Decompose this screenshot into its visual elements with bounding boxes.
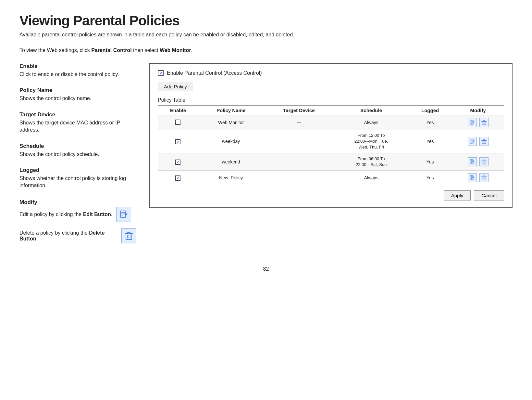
section-schedule-body: Shows the control policy schedule. xyxy=(19,151,136,158)
col-header-schedule: Schedule xyxy=(334,105,408,115)
row4-schedule: Always xyxy=(334,170,408,185)
enable-label: Enable Parental Control (Access Control) xyxy=(167,70,262,76)
modify-edit-row: Edit a policy by clicking the Edit Butto… xyxy=(19,207,136,222)
page-subtitle: Available parental control policies are … xyxy=(19,32,513,38)
svg-rect-52 xyxy=(483,176,485,177)
svg-rect-30 xyxy=(483,139,485,140)
row1-policy-name: Web Monitor xyxy=(198,115,264,130)
section-target-device-body: Shows the target device MAC address or I… xyxy=(19,119,136,134)
left-panel: Enable Click to enable or disable the co… xyxy=(19,63,136,250)
svg-rect-41 xyxy=(483,160,485,161)
section-target-device-title: Target Device xyxy=(19,111,136,118)
col-header-enable: Enable xyxy=(158,105,198,115)
right-panel: Enable Parental Control (Access Control)… xyxy=(149,63,513,208)
enable-parental-control-row: Enable Parental Control (Access Control) xyxy=(158,70,504,76)
row2-policy-name: weekday xyxy=(198,130,264,153)
section-enable-title: Enable xyxy=(19,63,136,70)
content-area: Enable Click to enable or disable the co… xyxy=(19,63,513,250)
table-header-row: Enable Policy Name Target Device Schedul… xyxy=(158,105,504,115)
enable-checkbox[interactable] xyxy=(158,70,164,76)
modify-delete-text: Delete a policy by clicking the Delete B… xyxy=(19,230,118,242)
policy-table-label: Policy Table xyxy=(158,97,504,103)
row3-enable[interactable] xyxy=(158,153,198,170)
section-enable: Enable Click to enable or disable the co… xyxy=(19,63,136,78)
row2-checkbox[interactable] xyxy=(175,139,180,144)
row1-target-device: --- xyxy=(264,115,334,130)
row2-delete-btn[interactable] xyxy=(479,137,489,146)
svg-rect-19 xyxy=(483,121,485,122)
svg-marker-16 xyxy=(473,122,475,123)
table-row: Web Monitor --- Always Yes xyxy=(158,115,504,130)
row4-policy-name: New_Policy xyxy=(198,170,264,185)
section-enable-body: Click to enable or disable the control p… xyxy=(19,71,136,78)
row2-edit-btn[interactable] xyxy=(468,137,477,146)
page-title: Viewing Parental Policies xyxy=(19,13,513,29)
svg-marker-49 xyxy=(473,177,475,178)
row1-edit-btn[interactable] xyxy=(468,118,477,127)
section-policy-name-title: Policy Name xyxy=(19,87,136,94)
table-row: weekday From 12:00 To22:00---Mon, Tue,We… xyxy=(158,130,504,153)
modify-delete-row: Delete a policy by clicking the Delete B… xyxy=(19,228,136,243)
page-number: 82 xyxy=(19,266,513,272)
row2-target-device xyxy=(264,130,334,153)
row4-checkbox[interactable] xyxy=(175,175,180,181)
row3-logged: Yes xyxy=(408,153,452,170)
section-target-device: Target Device Shows the target device MA… xyxy=(19,111,136,134)
row1-modify xyxy=(452,115,504,130)
svg-marker-27 xyxy=(473,140,475,142)
row2-enable[interactable] xyxy=(158,130,198,153)
svg-rect-0 xyxy=(120,211,126,217)
row4-delete-btn[interactable] xyxy=(479,173,489,182)
edit-button-icon xyxy=(116,207,131,222)
bottom-buttons: Apply Cancel xyxy=(158,190,504,200)
row1-schedule: Always xyxy=(334,115,408,130)
apply-button[interactable]: Apply xyxy=(444,190,471,200)
section-schedule-title: Schedule xyxy=(19,143,136,149)
col-header-logged: Logged xyxy=(408,105,452,115)
row4-modify xyxy=(452,170,504,185)
add-policy-button[interactable]: Add Policy xyxy=(158,82,193,91)
svg-marker-38 xyxy=(473,161,475,162)
row1-delete-btn[interactable] xyxy=(479,118,489,127)
row3-delete-btn[interactable] xyxy=(479,157,489,166)
row1-logged: Yes xyxy=(408,115,452,130)
row4-edit-btn[interactable] xyxy=(468,173,477,182)
row4-logged: Yes xyxy=(408,170,452,185)
row1-enable[interactable] xyxy=(158,115,198,130)
row3-modify xyxy=(452,153,504,170)
row3-edit-btn[interactable] xyxy=(468,157,477,166)
row3-schedule: From 06:00 To22:00---Sat, Sun xyxy=(334,153,408,170)
row3-target-device xyxy=(264,153,334,170)
modify-edit-text: Edit a policy by clicking the Edit Butto… xyxy=(19,212,112,217)
instruction-text: To view the Web settings, click Parental… xyxy=(19,47,513,53)
section-logged-title: Logged xyxy=(19,167,136,174)
col-header-modify: Modify xyxy=(452,105,504,115)
section-logged-body: Shows whether the control policy is stor… xyxy=(19,175,136,189)
table-row: weekend From 06:00 To22:00---Sat, Sun Ye… xyxy=(158,153,504,170)
policy-table: Enable Policy Name Target Device Schedul… xyxy=(158,105,504,185)
row2-modify xyxy=(452,130,504,153)
modify-title: Modify xyxy=(19,199,136,206)
cancel-button[interactable]: Cancel xyxy=(474,190,504,200)
row3-checkbox[interactable] xyxy=(175,160,180,165)
svg-rect-8 xyxy=(128,232,130,234)
section-logged: Logged Shows whether the control policy … xyxy=(19,167,136,189)
section-policy-name-body: Shows the control policy name. xyxy=(19,95,136,102)
modify-section: Modify Edit a policy by clicking the Edi… xyxy=(19,199,136,243)
delete-button-icon xyxy=(121,228,136,243)
col-header-target-device: Target Device xyxy=(264,105,334,115)
row2-schedule: From 12:00 To22:00---Mon, Tue,Wed, Thu, … xyxy=(334,130,408,153)
row4-enable[interactable] xyxy=(158,170,198,185)
row2-logged: Yes xyxy=(408,130,452,153)
row1-checkbox[interactable] xyxy=(175,120,180,125)
row3-policy-name: weekend xyxy=(198,153,264,170)
col-header-policy-name: Policy Name xyxy=(198,105,264,115)
table-row: New_Policy --- Always Yes xyxy=(158,170,504,185)
section-policy-name: Policy Name Shows the control policy nam… xyxy=(19,87,136,102)
row4-target-device: --- xyxy=(264,170,334,185)
section-schedule: Schedule Shows the control policy schedu… xyxy=(19,143,136,158)
